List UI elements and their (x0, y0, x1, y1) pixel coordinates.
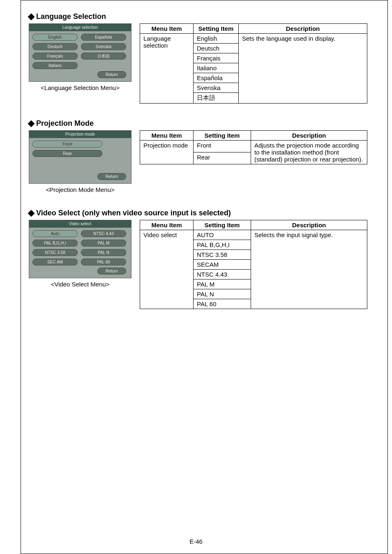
td-setting: NTSC 3.58 (194, 250, 251, 260)
td-description: Selects the input signal type. (251, 230, 367, 309)
section-title-video: Video Select (only when video source inp… (29, 209, 367, 217)
diamond-icon (28, 120, 35, 127)
return-button[interactable]: Return (97, 268, 126, 275)
td-setting: Deutsch (194, 44, 239, 53)
pill-palbghi[interactable]: PAL B,G,H,I (32, 240, 78, 247)
diamond-icon (28, 210, 35, 217)
pill-auto[interactable]: Auto (32, 230, 78, 237)
section-projection: Projection Mode Projection mode Front Re… (29, 119, 367, 193)
language-menu-panel: Language selection English Española Deut… (29, 23, 131, 82)
td-setting: Français (194, 53, 239, 63)
pill-svenska[interactable]: Svenska (81, 43, 126, 50)
projection-menu-panel: Projection mode Front Rear Return (29, 130, 131, 184)
td-setting: SECAM (194, 260, 251, 270)
return-button[interactable]: Return (97, 173, 126, 180)
pill-secam[interactable]: SEC AM (32, 259, 78, 265)
menu-header: Projection mode (29, 131, 131, 138)
pill-espanola[interactable]: Española (81, 34, 126, 41)
video-menu-panel: Video select Auto NTSC 4.43 PAL B,G,H,I … (29, 220, 131, 278)
td-setting: PAL M (194, 279, 251, 289)
td-setting: Española (194, 73, 239, 83)
td-description: Sets the language used in display. (239, 34, 367, 104)
th-setting-item: Setting Item (194, 24, 239, 34)
video-table: Menu Item Setting Item Description Video… (140, 220, 367, 309)
menu-caption: <Projection Mode Menu> (29, 186, 131, 193)
section-title-text: Projection Mode (36, 119, 94, 128)
td-setting: PAL B,G,H,I (194, 240, 251, 250)
menu-header: Video select (29, 220, 131, 228)
pill-deutsch[interactable]: Deutsch (32, 43, 78, 50)
th-description: Description (251, 131, 367, 141)
th-setting-item: Setting Item (194, 131, 251, 141)
td-setting: Italiano (194, 63, 239, 73)
pill-francais[interactable]: Français (32, 53, 78, 60)
diamond-icon (28, 13, 35, 20)
td-setting: AUTO (194, 230, 251, 240)
td-setting: 日本語 (194, 93, 239, 104)
pill-pal60[interactable]: PAL 60 (81, 259, 126, 265)
th-description: Description (239, 24, 367, 34)
td-setting: PAL 60 (194, 299, 251, 309)
td-menu-item: Video select (140, 230, 194, 309)
return-button[interactable]: Return (97, 71, 126, 78)
th-menu-item: Menu Item (140, 220, 194, 230)
section-title-projection: Projection Mode (29, 119, 367, 128)
td-description: Adjusts the projection mode according to… (251, 141, 367, 164)
section-title-language: Language Selection (29, 12, 367, 21)
th-description: Description (251, 220, 367, 230)
td-setting: NTSC 4.43 (194, 270, 251, 279)
th-menu-item: Menu Item (140, 24, 194, 34)
section-title-text: Video Select (only when video source inp… (36, 209, 231, 217)
td-setting: Rear (194, 152, 251, 164)
pill-japanese[interactable]: 日本語 (81, 53, 126, 60)
projection-table: Menu Item Setting Item Description Proje… (140, 130, 367, 164)
td-menu-item: Projection mode (140, 141, 194, 164)
language-table: Menu Item Setting Item Description Langu… (140, 23, 367, 104)
th-setting-item: Setting Item (194, 220, 251, 230)
menu-caption: <Video Select Menu> (29, 281, 131, 288)
section-language: Language Selection Language selection En… (29, 12, 367, 104)
pill-front[interactable]: Front (32, 141, 102, 148)
pill-ntsc443[interactable]: NTSC 4.43 (81, 230, 126, 237)
pill-english[interactable]: English (32, 34, 78, 41)
td-setting: PAL N (194, 289, 251, 299)
menu-caption: <Language Selection Menu> (29, 84, 131, 91)
menu-header: Language selection (29, 24, 131, 31)
td-setting: Svenska (194, 83, 239, 93)
section-title-text: Language Selection (36, 12, 106, 21)
section-video: Video Select (only when video source inp… (29, 209, 367, 309)
td-setting: English (194, 34, 239, 44)
pill-ntsc358[interactable]: NTSC 3.58 (32, 249, 78, 256)
pill-rear[interactable]: Rear (32, 150, 102, 157)
th-menu-item: Menu Item (140, 131, 194, 141)
td-setting: Front (194, 141, 251, 152)
pill-palm[interactable]: PAL M (81, 240, 126, 247)
td-menu-item: Language selection (140, 34, 194, 104)
pill-italiano[interactable]: Italiano (32, 62, 78, 69)
pill-paln[interactable]: PAL N (81, 249, 126, 256)
page-number: E-46 (0, 538, 392, 545)
